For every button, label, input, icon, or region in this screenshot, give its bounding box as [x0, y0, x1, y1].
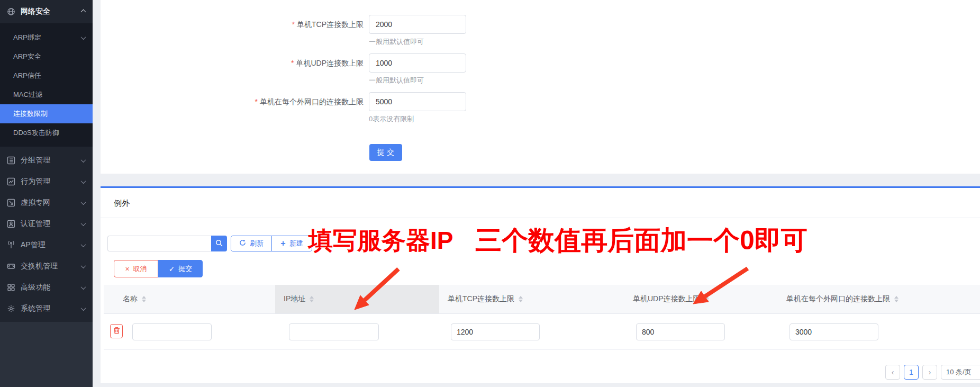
sort-caret[interactable]	[142, 296, 146, 302]
prev-page-button[interactable]: ‹	[885, 365, 900, 380]
sort-caret[interactable]	[894, 296, 899, 302]
next-page-button[interactable]: ›	[922, 365, 937, 380]
sidebar-item-arp-security[interactable]: ARP安全	[0, 47, 93, 66]
sidebar-item-connection-limit[interactable]: 连接数限制	[0, 104, 93, 123]
cancel-button[interactable]: × 取消	[114, 260, 158, 277]
sidebar-item-arp-trust[interactable]: ARP信任	[0, 66, 93, 85]
gear-icon	[7, 304, 15, 313]
udp-limit-label: *单机UDP连接数上限	[101, 53, 364, 73]
commit-button[interactable]: ✓ 提交	[158, 260, 203, 277]
exceptions-table: 名称 IP地址 单机TCP连接数上限 单机UDP连接数上限 单机在每个外网口的连…	[104, 285, 980, 350]
udp-limit-hint: 一般用默认值即可	[369, 76, 424, 85]
table-row	[104, 314, 980, 350]
column-header-tcp-limit: 单机TCP连接数上限	[439, 285, 614, 313]
exceptions-card: 例外 刷新 + 新建 × 取消 ✓ 提交 名称	[101, 186, 980, 383]
chevron-down-icon	[81, 157, 86, 163]
row-tcp-limit-input[interactable]	[451, 323, 540, 340]
chevron-down-icon	[81, 263, 86, 268]
sidebar-item-arp-binding[interactable]: ARP绑定	[0, 28, 93, 47]
chevron-down-icon	[81, 242, 86, 247]
row-name-input[interactable]	[132, 323, 212, 340]
switch-icon	[7, 262, 15, 271]
row-udp-limit-input[interactable]	[636, 323, 725, 340]
chevron-down-icon	[81, 34, 86, 40]
sidebar-item-ddos-defense[interactable]: DDoS攻击防御	[0, 123, 93, 142]
sidebar-item-system-mgmt[interactable]: 系统管理	[0, 298, 93, 319]
row-action-group: × 取消 ✓ 提交	[114, 260, 203, 277]
behavior-icon	[7, 177, 15, 186]
tcp-limit-input[interactable]	[369, 15, 466, 34]
wan-limit-hint: 0表示没有限制	[369, 114, 414, 124]
column-header-ip: IP地址	[275, 285, 439, 313]
sidebar-item-vpn[interactable]: 虚拟专网	[0, 192, 93, 213]
refresh-icon	[239, 239, 246, 248]
delete-row-button[interactable]	[110, 324, 123, 338]
sidebar-item-group-mgmt[interactable]: 分组管理	[0, 150, 93, 171]
search-input[interactable]	[107, 236, 211, 251]
advanced-grid-icon	[7, 283, 15, 292]
sidebar-item-network-security[interactable]: 网络安全	[0, 0, 93, 23]
sort-caret[interactable]	[519, 296, 523, 302]
section-title: 例外	[114, 199, 130, 209]
section-divider	[101, 218, 980, 218]
page-size-select[interactable]: 10 条/页	[941, 365, 980, 380]
trash-icon	[113, 327, 120, 336]
sidebar: 网络安全 ARP绑定 ARP安全 ARP信任 MAC过滤 连接数限制 DDoS攻…	[0, 0, 93, 387]
column-header-name: 名称	[104, 285, 275, 313]
sidebar-item-advanced[interactable]: 高级功能	[0, 277, 93, 298]
sidebar-footer-area	[0, 322, 93, 387]
search-button[interactable]	[211, 236, 227, 251]
x-icon: ×	[125, 265, 129, 273]
row-ip-input[interactable]	[289, 323, 379, 340]
row-wan-limit-input[interactable]	[790, 323, 878, 340]
globe-icon	[7, 7, 15, 16]
vpn-icon	[7, 199, 15, 207]
column-header-udp-limit: 单机UDP连接数上限	[614, 285, 767, 313]
create-button[interactable]: + 新建	[271, 236, 312, 251]
wan-limit-input[interactable]	[369, 92, 466, 111]
chevron-down-icon	[81, 221, 86, 226]
search-icon	[215, 239, 223, 248]
column-header-wan-limit: 单机在每个外网口的连接数上限	[767, 285, 980, 313]
connection-limit-page: { "sidebar": { "header": { "label": "网络安…	[0, 0, 980, 387]
sort-caret[interactable]	[310, 296, 314, 302]
sidebar-item-switch-mgmt[interactable]: 交换机管理	[0, 256, 93, 277]
sidebar-item-behavior-mgmt[interactable]: 行为管理	[0, 171, 93, 192]
tcp-limit-hint: 一般用默认值即可	[369, 37, 424, 47]
annotation-add-zero: 三个数值再后面加一个0即可	[475, 223, 807, 258]
chevron-down-icon	[81, 305, 86, 311]
sort-caret[interactable]	[705, 296, 709, 302]
udp-limit-input[interactable]	[369, 53, 466, 73]
network-security-submenu: ARP绑定 ARP安全 ARP信任 MAC过滤 连接数限制 DDoS攻击防御	[0, 23, 93, 147]
sidebar-item-mac-filter[interactable]: MAC过滤	[0, 85, 93, 104]
connection-limit-form-card: *单机TCP连接数上限 一般用默认值即可 *单机UDP连接数上限 一般用默认值即…	[101, 0, 980, 174]
submit-button[interactable]: 提 交	[369, 144, 402, 161]
check-icon: ✓	[169, 265, 175, 273]
sidebar-menu: 分组管理 行为管理 虚拟专网 认证管理	[0, 147, 93, 319]
wan-limit-label: *单机在每个外网口的连接数上限	[101, 92, 364, 111]
plus-icon: +	[280, 239, 285, 248]
pagination: ‹ 1 › 10 条/页	[885, 365, 980, 380]
tcp-limit-label: *单机TCP连接数上限	[101, 15, 364, 34]
annotation-fill-server-ip: 填写服务器IP	[308, 224, 453, 257]
chevron-down-icon	[81, 178, 86, 184]
toolbar-button-group: 刷新 + 新建	[231, 236, 312, 251]
page-number-button[interactable]: 1	[904, 365, 919, 380]
chevron-down-icon	[81, 200, 86, 205]
sidebar-item-label: 网络安全	[21, 7, 50, 16]
table-header: 名称 IP地址 单机TCP连接数上限 单机UDP连接数上限 单机在每个外网口的连…	[104, 285, 980, 314]
chevron-up-icon	[81, 9, 86, 14]
group-list-icon	[7, 156, 15, 165]
sidebar-item-auth-mgmt[interactable]: 认证管理	[0, 213, 93, 235]
chevron-down-icon	[81, 284, 86, 290]
ap-antenna-icon	[7, 241, 15, 249]
sidebar-item-ap-mgmt[interactable]: AP管理	[0, 235, 93, 256]
refresh-button[interactable]: 刷新	[231, 236, 271, 251]
auth-user-icon	[7, 220, 15, 228]
